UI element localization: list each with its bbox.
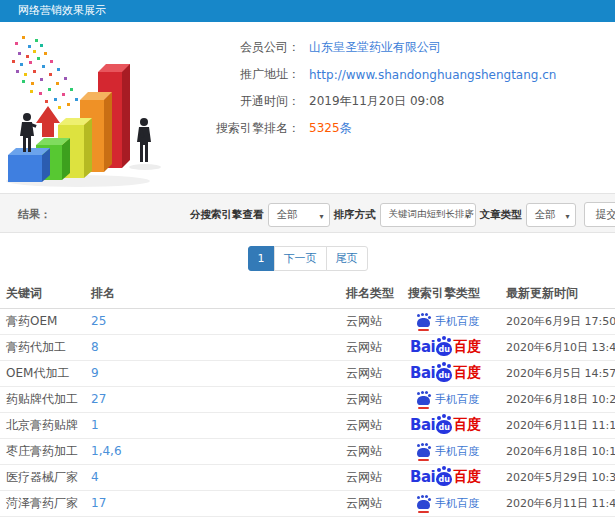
col-header-engine-type: 搜索引擎类型 xyxy=(402,280,500,308)
engine-type-cell: 手机百度 Baidu百度 xyxy=(402,438,500,464)
rank-link[interactable]: 25 xyxy=(91,314,106,328)
updated-cell: 2020年6月11日 11:18 xyxy=(500,412,615,438)
engine-type-cell: 手机百度 Baidu百度 xyxy=(402,412,500,438)
baidu-logo-icon: Baidu百度 xyxy=(410,416,481,434)
sort-mode-selected-value: 关键词由短到长排序 xyxy=(389,208,475,221)
filter-bar: 结果： 分搜索引擎查看 全部 ▾ 排序方式 关键词由短到长排序 ▾ 文章类型 全… xyxy=(0,193,615,233)
open-time-row: 开通时间： 2019年11月20日 09:08 xyxy=(190,88,615,115)
mobile-baidu-icon: 手机百度 xyxy=(417,314,479,329)
updated-cell: 2020年6月10日 13:40 xyxy=(500,334,615,360)
rank-type-cell: 云网站 xyxy=(340,386,402,412)
rank-link[interactable]: 1 xyxy=(91,418,99,432)
engine-view-label: 分搜索引擎查看 xyxy=(190,208,264,222)
member-company-row: 会员公司： 山东皇圣堂药业有限公司 xyxy=(190,34,615,61)
rank-type-cell: 云网站 xyxy=(340,334,402,360)
engine-rank-label: 搜索引擎排名： xyxy=(190,120,300,137)
rank-link[interactable]: 4 xyxy=(91,470,99,484)
article-type-label: 文章类型 xyxy=(480,208,522,222)
promo-url-link[interactable]: http://www.shandonghuangshengtang.cn xyxy=(309,68,556,82)
table-row: OEM代加工 9 云网站 手机百度 Baidu百度 2020年6月5日 14:5… xyxy=(0,360,615,386)
open-time-value: 2019年11月20日 09:08 xyxy=(309,93,444,110)
updated-cell: 2020年6月11日 11:40 xyxy=(500,490,615,516)
mobile-baidu-icon: 手机百度 xyxy=(417,392,479,407)
col-header-updated: 最新更新时间 xyxy=(500,280,615,308)
rank-type-cell: 云网站 xyxy=(340,490,402,516)
updated-cell: 2020年6月5日 14:57 xyxy=(500,360,615,386)
table-row: 膏药代加工 8 云网站 手机百度 Baidu百度 2020年6月10日 13:4… xyxy=(0,334,615,360)
table-row: 膏药OEM 25 云网站 手机百度 Baidu百度 2020年6月9日 17:5… xyxy=(0,308,615,334)
rank-link[interactable]: 27 xyxy=(91,392,106,406)
rank-link[interactable]: 17 xyxy=(91,496,106,510)
company-info-list: 会员公司： 山东皇圣堂药业有限公司 推广地址： http://www.shand… xyxy=(190,30,615,192)
rank-type-cell: 云网站 xyxy=(340,438,402,464)
engine-type-cell: 手机百度 Baidu百度 xyxy=(402,334,500,360)
rank-link[interactable]: 9 xyxy=(91,366,99,380)
page-button-current[interactable]: 1 xyxy=(248,246,275,271)
filter-controls: 分搜索引擎查看 全部 ▾ 排序方式 关键词由短到长排序 ▾ 文章类型 全部 ▾ … xyxy=(186,202,615,227)
keyword-cell: 医疗器械厂家 xyxy=(0,464,85,490)
engine-type-cell: 手机百度 Baidu百度 xyxy=(402,464,500,490)
next-page-button[interactable]: 下一页 xyxy=(274,246,327,271)
engine-type-cell: 手机百度 Baidu百度 xyxy=(402,386,500,412)
engine-type-cell: 手机百度 Baidu百度 xyxy=(402,490,500,516)
updated-cell: 2020年6月9日 17:50 xyxy=(500,308,615,334)
open-time-label: 开通时间： xyxy=(190,93,300,110)
last-page-button[interactable]: 尾页 xyxy=(326,246,368,271)
updated-cell: 2020年6月18日 10:25 xyxy=(500,386,615,412)
keyword-cell: OEM代加工 xyxy=(0,360,85,386)
results-table: 关键词 排名 排名类型 搜索引擎类型 最新更新时间 膏药OEM 25 云网站 手… xyxy=(0,280,615,517)
page-title: 网络营销效果展示 xyxy=(18,4,106,17)
chevron-down-icon: ▾ xyxy=(465,212,469,221)
baidu-logo-icon: Baidu百度 xyxy=(410,338,481,356)
sort-mode-select[interactable]: 关键词由短到长排序 ▾ xyxy=(380,203,476,227)
confetti-dots xyxy=(12,36,78,109)
article-type-select[interactable]: 全部 ▾ xyxy=(526,203,576,227)
marketing-chart-illustration xyxy=(0,30,190,190)
rank-link[interactable]: 1,4,6 xyxy=(91,444,122,458)
table-row: 北京膏药贴牌 1 云网站 手机百度 Baidu百度 2020年6月11日 11:… xyxy=(0,412,615,438)
promo-url-row: 推广地址： http://www.shandonghuangshengtang.… xyxy=(190,61,615,88)
submit-button[interactable]: 提交 xyxy=(584,202,615,227)
col-header-keyword: 关键词 xyxy=(0,280,85,308)
mobile-baidu-icon: 手机百度 xyxy=(417,444,479,459)
keyword-cell: 菏泽膏药厂家 xyxy=(0,490,85,516)
col-header-rank-type: 排名类型 xyxy=(340,280,402,308)
rank-type-cell: 云网站 xyxy=(340,412,402,438)
rank-type-cell: 云网站 xyxy=(340,360,402,386)
rank-link[interactable]: 8 xyxy=(91,340,99,354)
result-label: 结果： xyxy=(18,207,51,222)
keyword-cell: 北京膏药贴牌 xyxy=(0,412,85,438)
table-row: 菏泽膏药厂家 17 云网站 手机百度 Baidu百度 2020年6月11日 11… xyxy=(0,490,615,516)
rank-count: 5325 xyxy=(309,121,340,135)
article-type-selected-value: 全部 xyxy=(535,208,556,222)
table-row: 枣庄膏药加工 1,4,6 云网站 手机百度 Baidu百度 2020年6月18日… xyxy=(0,438,615,464)
sort-mode-label: 排序方式 xyxy=(334,208,376,222)
engine-view-select[interactable]: 全部 ▾ xyxy=(268,203,330,227)
keyword-cell: 膏药OEM xyxy=(0,308,85,334)
mobile-baidu-icon: 手机百度 xyxy=(417,496,479,511)
businessman-right-figure xyxy=(137,118,151,162)
bar-chart-growth-image xyxy=(0,30,190,190)
engine-rank-value: 5325条 xyxy=(309,120,352,137)
updated-cell: 2020年6月18日 10:19 xyxy=(500,438,615,464)
member-company-label: 会员公司： xyxy=(190,39,300,56)
baidu-logo-icon: Baidu百度 xyxy=(410,364,481,382)
engine-view-selected-value: 全部 xyxy=(277,208,298,222)
table-row: 医疗器械厂家 4 云网站 手机百度 Baidu百度 2020年5月29日 10:… xyxy=(0,464,615,490)
rank-type-cell: 云网站 xyxy=(340,464,402,490)
member-company-link[interactable]: 山东皇圣堂药业有限公司 xyxy=(309,39,441,56)
company-info-section: 会员公司： 山东皇圣堂药业有限公司 推广地址： http://www.shand… xyxy=(0,22,615,192)
businessman-left-figure xyxy=(20,113,37,152)
chevron-down-icon: ▾ xyxy=(565,212,569,221)
table-row: 药贴牌代加工 27 云网站 手机百度 Baidu百度 2020年6月18日 10… xyxy=(0,386,615,412)
page-header-bar: 网络营销效果展示 xyxy=(0,0,615,22)
col-header-rank: 排名 xyxy=(85,280,340,308)
engine-rank-row: 搜索引擎排名： 5325条 xyxy=(190,115,615,142)
pagination: 1 下一页 尾页 xyxy=(0,246,615,271)
table-body: 膏药OEM 25 云网站 手机百度 Baidu百度 2020年6月9日 17:5… xyxy=(0,308,615,516)
engine-type-cell: 手机百度 Baidu百度 xyxy=(402,360,500,386)
keyword-cell: 枣庄膏药加工 xyxy=(0,438,85,464)
updated-cell: 2020年5月29日 10:32 xyxy=(500,464,615,490)
rank-type-cell: 云网站 xyxy=(340,308,402,334)
engine-type-cell: 手机百度 Baidu百度 xyxy=(402,308,500,334)
